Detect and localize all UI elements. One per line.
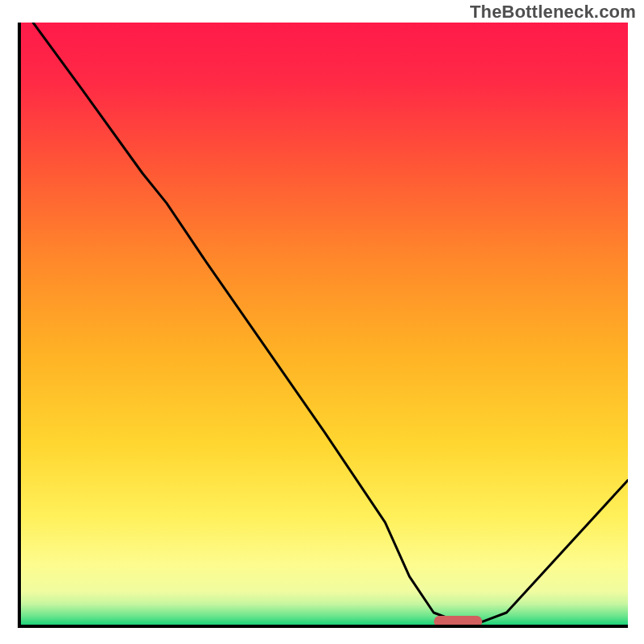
chart-container: TheBottleneck.com [0, 0, 644, 644]
plot-area [18, 23, 628, 628]
target-marker [434, 616, 482, 627]
watermark-text: TheBottleneck.com [470, 2, 636, 23]
line-curve [21, 23, 628, 625]
